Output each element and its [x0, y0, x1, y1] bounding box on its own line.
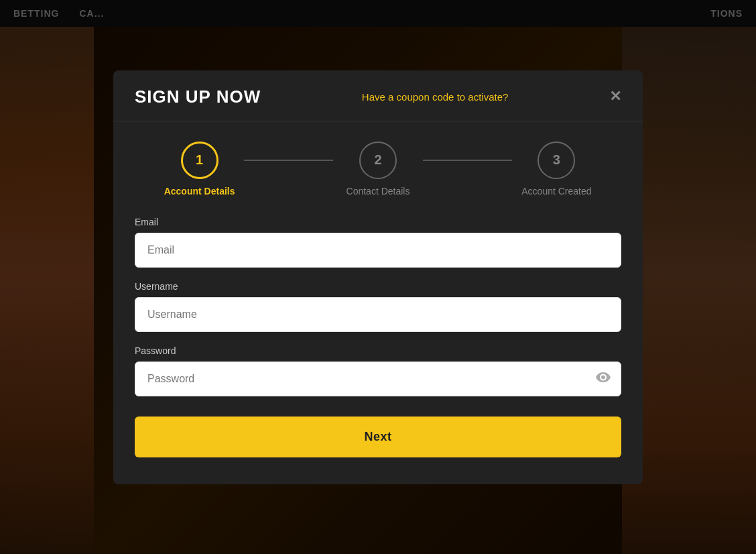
password-wrapper: [135, 362, 621, 396]
step-3-number: 3: [553, 152, 560, 168]
step-3: 3 Account Created: [512, 142, 601, 197]
step-1-number: 1: [196, 152, 203, 168]
next-button[interactable]: Next: [135, 417, 621, 457]
step-1-label: Account Details: [164, 186, 235, 197]
modal-header: SIGN UP NOW Have a coupon code to activa…: [113, 70, 643, 121]
password-group: Password: [135, 345, 621, 396]
step-2-label: Contact Details: [346, 186, 410, 197]
step-1-circle: 1: [181, 142, 218, 179]
coupon-link[interactable]: Have a coupon code to activate?: [274, 91, 596, 103]
stepper-connector-2: [423, 160, 512, 161]
modal-overlay: SIGN UP NOW Have a coupon code to activa…: [0, 0, 756, 554]
email-label: Email: [135, 217, 621, 227]
username-input[interactable]: [135, 297, 621, 332]
step-2-circle: 2: [359, 142, 397, 179]
username-group: Username: [135, 281, 621, 332]
modal-title: SIGN UP NOW: [135, 87, 261, 107]
stepper: 1 Account Details 2 Contact Details 3: [135, 142, 621, 197]
password-label: Password: [135, 345, 621, 356]
signup-modal: SIGN UP NOW Have a coupon code to activa…: [113, 70, 643, 484]
toggle-password-icon[interactable]: [596, 372, 611, 386]
email-input[interactable]: [135, 233, 621, 268]
password-input[interactable]: [135, 362, 621, 396]
step-2: 2 Contact Details: [333, 142, 422, 197]
step-1: 1 Account Details: [155, 142, 244, 197]
step-2-number: 2: [374, 152, 381, 168]
email-group: Email: [135, 217, 621, 268]
step-3-circle: 3: [538, 142, 575, 179]
modal-body: 1 Account Details 2 Contact Details 3: [113, 121, 643, 457]
step-3-label: Account Created: [521, 186, 591, 197]
close-button[interactable]: ✕: [609, 89, 621, 104]
stepper-connector-1: [244, 160, 333, 161]
username-label: Username: [135, 281, 621, 292]
